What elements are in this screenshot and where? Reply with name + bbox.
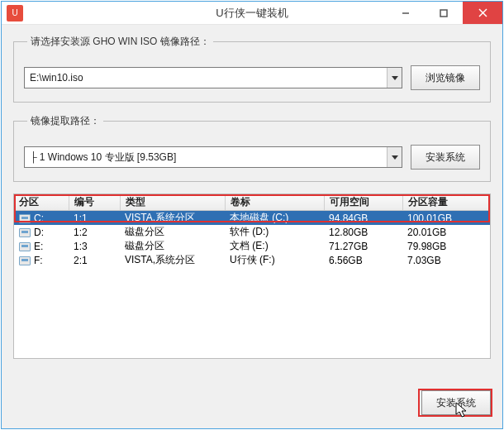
- table-cell: 本地磁盘 (C:): [225, 211, 324, 226]
- source-group: 请选择安装源 GHO WIN ISO 镜像路径： E:\win10.iso 浏览…: [13, 35, 491, 103]
- body: 请选择安装源 GHO WIN ISO 镜像路径： E:\win10.iso 浏览…: [2, 25, 502, 428]
- col-index[interactable]: 编号: [69, 194, 120, 211]
- cell-label: 软件 (D:): [230, 226, 269, 237]
- extract-edition-combo[interactable]: ├ 1 Windows 10 专业版 [9.53GB]: [24, 146, 402, 168]
- partition-table[interactable]: 分区 编号 类型 卷标 可用空间 分区容量 C:1:1VISTA,系统分区本地磁…: [14, 194, 490, 267]
- col-label[interactable]: 卷标: [225, 194, 324, 211]
- table-cell: U行侠 (F:): [225, 253, 324, 267]
- svg-rect-1: [440, 10, 447, 17]
- cell-index: 1:2: [74, 227, 88, 238]
- table-cell: 7.03GB: [402, 253, 490, 267]
- cell-partition: D:: [34, 227, 44, 238]
- cell-capacity: 79.98GB: [407, 241, 446, 252]
- cell-capacity: 20.01GB: [407, 227, 446, 238]
- col-type[interactable]: 类型: [120, 194, 225, 211]
- close-icon: [478, 8, 487, 17]
- table-cell: E:: [14, 239, 69, 253]
- svg-marker-5: [392, 155, 398, 160]
- drive-icon: [19, 228, 31, 237]
- table-cell: F:: [14, 253, 69, 267]
- table-cell: 79.98GB: [402, 239, 490, 253]
- cell-type: VISTA,系统分区: [125, 254, 195, 265]
- table-cell: 1:3: [69, 239, 120, 253]
- close-button[interactable]: [463, 2, 502, 24]
- table-cell: C:: [14, 211, 69, 226]
- table-cell: 20.01GB: [402, 225, 490, 239]
- cell-type: 磁盘分区: [125, 226, 164, 237]
- minimize-button[interactable]: [387, 2, 425, 24]
- table-cell: 12.80GB: [324, 225, 402, 239]
- browse-image-label: 浏览镜像: [426, 71, 465, 85]
- table-cell: 6.56GB: [324, 253, 402, 267]
- extract-legend: 镜像提取路径：: [27, 114, 103, 128]
- col-free[interactable]: 可用空间: [324, 194, 402, 211]
- table-cell: VISTA,系统分区: [120, 211, 225, 226]
- cell-index: 1:1: [74, 213, 88, 224]
- footer: 安装系统: [421, 390, 491, 415]
- drive-icon: [19, 242, 31, 251]
- cell-partition: C:: [34, 213, 44, 224]
- install-system-label-top: 安装系统: [426, 150, 465, 165]
- table-cell: 2:1: [69, 253, 120, 267]
- window-controls: [387, 2, 502, 24]
- partition-table-container: 分区 编号 类型 卷标 可用空间 分区容量 C:1:1VISTA,系统分区本地磁…: [13, 194, 491, 359]
- table-cell: 1:2: [69, 225, 120, 239]
- chevron-down-icon: [387, 147, 402, 167]
- cell-capacity: 7.03GB: [407, 255, 441, 266]
- cell-label: 本地磁盘 (C:): [230, 212, 288, 223]
- drive-icon: [19, 256, 31, 265]
- app-icon-glyph: U: [12, 8, 17, 17]
- col-capacity[interactable]: 分区容量: [402, 194, 490, 211]
- browse-image-button[interactable]: 浏览镜像: [411, 65, 480, 90]
- cell-type: 磁盘分区: [125, 240, 164, 251]
- table-cell: 磁盘分区: [120, 239, 225, 253]
- table-cell: 100.01GB: [402, 211, 490, 226]
- cell-partition: E:: [34, 241, 43, 252]
- cell-free: 94.84GB: [329, 213, 368, 224]
- table-row[interactable]: C:1:1VISTA,系统分区本地磁盘 (C:)94.84GB100.01GB: [14, 211, 490, 226]
- table-row[interactable]: F:2:1VISTA,系统分区U行侠 (F:)6.56GB7.03GB: [14, 253, 490, 267]
- cell-type: VISTA,系统分区: [125, 212, 195, 223]
- source-legend: 请选择安装源 GHO WIN ISO 镜像路径：: [27, 35, 213, 49]
- maximize-icon: [440, 9, 448, 17]
- cell-label: U行侠 (F:): [230, 254, 275, 265]
- drive-icon: [19, 214, 31, 223]
- extract-group: 镜像提取路径： ├ 1 Windows 10 专业版 [9.53GB] 安装系统: [13, 114, 491, 182]
- table-row[interactable]: E:1:3磁盘分区文档 (E:)71.27GB79.98GB: [14, 239, 490, 253]
- titlebar: U U行侠一键装机: [2, 2, 502, 25]
- app-window: U U行侠一键装机 请选择安装源 GHO WIN ISO 镜像路径： E:\wi…: [1, 1, 503, 429]
- source-path-value: E:\win10.iso: [25, 72, 387, 84]
- table-cell: 94.84GB: [324, 211, 402, 226]
- cell-index: 2:1: [74, 255, 88, 266]
- table-cell: VISTA,系统分区: [120, 253, 225, 267]
- minimize-icon: [402, 9, 410, 17]
- install-system-button-top[interactable]: 安装系统: [411, 145, 480, 170]
- svg-marker-4: [392, 76, 398, 80]
- extract-edition-value: ├ 1 Windows 10 专业版 [9.53GB]: [25, 150, 387, 165]
- install-system-button[interactable]: 安装系统: [421, 390, 491, 415]
- cell-index: 1:3: [74, 241, 88, 252]
- cell-free: 12.80GB: [329, 227, 368, 238]
- table-header-row: 分区 编号 类型 卷标 可用空间 分区容量: [14, 194, 490, 211]
- source-path-combo[interactable]: E:\win10.iso: [24, 67, 402, 88]
- table-cell: D:: [14, 225, 69, 239]
- cell-label: 文档 (E:): [230, 240, 269, 251]
- install-system-label: 安装系统: [436, 396, 476, 410]
- cell-capacity: 100.01GB: [407, 213, 452, 224]
- cell-free: 71.27GB: [329, 241, 368, 252]
- table-cell: 磁盘分区: [120, 225, 225, 239]
- table-cell: 1:1: [69, 211, 120, 226]
- table-cell: 文档 (E:): [225, 239, 324, 253]
- app-icon: U: [7, 5, 23, 22]
- chevron-down-icon: [387, 68, 402, 88]
- table-row[interactable]: D:1:2磁盘分区软件 (D:)12.80GB20.01GB: [14, 225, 490, 239]
- table-cell: 软件 (D:): [225, 225, 324, 239]
- maximize-button[interactable]: [425, 2, 463, 24]
- table-cell: 71.27GB: [324, 239, 402, 253]
- cell-partition: F:: [34, 255, 43, 266]
- col-partition[interactable]: 分区: [14, 194, 69, 211]
- cell-free: 6.56GB: [329, 255, 363, 266]
